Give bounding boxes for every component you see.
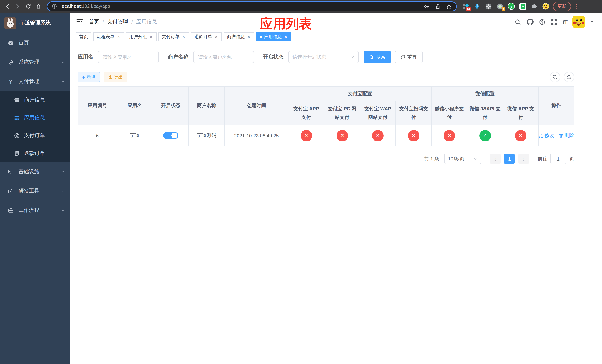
breadcrumb-separator: / bbox=[103, 19, 104, 25]
gear-icon bbox=[8, 59, 14, 65]
search-icon[interactable] bbox=[515, 19, 521, 25]
extension-emoji-icon[interactable] bbox=[542, 3, 549, 10]
page-annotation-title: 应用列表 bbox=[260, 15, 312, 32]
refresh-table-button[interactable] bbox=[564, 72, 574, 82]
close-icon[interactable]: × bbox=[116, 34, 121, 39]
sidebar-collapse-icon[interactable] bbox=[76, 19, 83, 25]
tab-home[interactable]: 首页 bbox=[76, 32, 91, 42]
next-page-button[interactable]: › bbox=[518, 154, 529, 164]
page-1-button[interactable]: 1 bbox=[504, 154, 515, 164]
sidebar-item-label: 工作流程 bbox=[19, 207, 39, 214]
prev-page-button[interactable]: ‹ bbox=[490, 154, 501, 164]
sidebar: 芋道管理系统 首页 系统管理 ¥ 支付管理 商户信息 bbox=[0, 13, 70, 364]
address-bar[interactable]: localhost:1024/pay/app bbox=[47, 1, 457, 11]
tab-user-group[interactable]: 用户分组× bbox=[126, 32, 157, 42]
search-button[interactable]: 搜索 bbox=[364, 51, 391, 63]
shop-icon bbox=[14, 97, 20, 103]
extension-kite-icon[interactable] bbox=[473, 3, 481, 10]
col-wx-lite: 微信小程序支付 bbox=[431, 101, 467, 125]
sidebar-item-payment[interactable]: ¥ 支付管理 bbox=[0, 72, 70, 91]
document-icon bbox=[14, 150, 20, 156]
password-key-icon[interactable] bbox=[424, 3, 430, 9]
merchant-name-input[interactable] bbox=[193, 51, 254, 63]
status-select[interactable]: 请选择开启状态 bbox=[288, 51, 359, 63]
delete-link[interactable]: 删除 bbox=[559, 132, 574, 139]
table-toolbar: + 新增 导出 bbox=[78, 72, 574, 82]
cell-merchant-name: 芋道源码 bbox=[189, 125, 225, 146]
browser-update-button[interactable]: 更新 bbox=[553, 2, 571, 11]
reset-button[interactable]: 重置 bbox=[395, 51, 423, 63]
github-icon[interactable] bbox=[527, 18, 534, 26]
browser-home-icon[interactable] bbox=[34, 2, 43, 11]
chevron-down-icon bbox=[350, 55, 355, 59]
extension-chat-icon[interactable] bbox=[519, 3, 527, 10]
extensions-puzzle-icon[interactable] bbox=[531, 3, 538, 10]
fullscreen-icon[interactable] bbox=[551, 19, 558, 25]
tab-label: 首页 bbox=[79, 34, 88, 40]
sidebar-item-pay-order[interactable]: 支付订单 bbox=[0, 127, 70, 144]
tab-process-form[interactable]: 流程表单× bbox=[93, 32, 124, 42]
group-wechat-config: 微信配置 bbox=[431, 86, 538, 101]
app-name-input[interactable] bbox=[98, 51, 159, 63]
status-cross-icon: × bbox=[515, 130, 527, 141]
close-icon[interactable]: × bbox=[284, 34, 288, 39]
logo-rabbit-image bbox=[4, 17, 16, 29]
extension-recorder-icon[interactable]: 1 bbox=[496, 3, 504, 10]
extension-grid-icon[interactable]: 10 bbox=[462, 3, 469, 10]
goto-page-input[interactable] bbox=[550, 154, 567, 164]
close-icon[interactable]: × bbox=[247, 34, 251, 39]
page-size-value: 10条/页 bbox=[448, 156, 464, 162]
site-info-icon[interactable] bbox=[52, 4, 57, 9]
share-icon[interactable] bbox=[435, 3, 441, 9]
breadcrumb-home[interactable]: 首页 bbox=[89, 19, 99, 25]
help-icon[interactable] bbox=[539, 19, 546, 25]
tab-merchant-info[interactable]: 商户信息× bbox=[224, 32, 254, 42]
sidebar-item-app-info[interactable]: 应用信息 bbox=[0, 109, 70, 127]
url-host: localhost bbox=[60, 4, 81, 9]
tab-app-info[interactable]: 应用信息× bbox=[256, 32, 291, 42]
close-icon[interactable]: × bbox=[149, 34, 153, 39]
page-size-select[interactable]: 10条/页 bbox=[444, 154, 481, 164]
caret-down-icon[interactable] bbox=[590, 20, 594, 24]
sidebar-item-system[interactable]: 系统管理 bbox=[0, 53, 70, 72]
breadcrumb-payment[interactable]: 支付管理 bbox=[107, 19, 128, 25]
browser-reload-icon[interactable] bbox=[24, 2, 32, 11]
sidebar-item-workflow[interactable]: 工作流程 bbox=[0, 201, 70, 220]
extension-clover-icon[interactable] bbox=[485, 3, 492, 10]
status-cross-icon: × bbox=[336, 130, 348, 141]
chevron-down-icon bbox=[61, 170, 65, 174]
close-icon[interactable]: × bbox=[214, 34, 218, 39]
chevron-down-icon bbox=[473, 157, 478, 161]
export-button-label: 导出 bbox=[114, 74, 123, 80]
sidebar-item-merchant-info[interactable]: 商户信息 bbox=[0, 91, 70, 109]
enabled-toggle[interactable] bbox=[163, 132, 178, 139]
tab-label: 商户信息 bbox=[227, 34, 245, 40]
close-icon[interactable]: × bbox=[182, 34, 186, 39]
toggle-search-button[interactable] bbox=[550, 72, 560, 82]
add-button[interactable]: + 新增 bbox=[78, 72, 100, 82]
total-count: 共 1 条 bbox=[424, 156, 439, 162]
bookmark-star-icon[interactable] bbox=[446, 3, 452, 9]
tab-label: 退款订单 bbox=[194, 34, 212, 40]
tab-label: 用户分组 bbox=[129, 34, 147, 40]
font-size-icon[interactable]: tT bbox=[563, 19, 567, 25]
monitor-icon bbox=[8, 169, 14, 175]
sidebar-item-home[interactable]: 首页 bbox=[0, 33, 70, 53]
edit-link[interactable]: 修改 bbox=[538, 132, 554, 139]
browser-back-icon[interactable] bbox=[3, 2, 12, 11]
chevron-up-icon bbox=[61, 79, 65, 84]
tab-pay-order[interactable]: 支付订单× bbox=[159, 32, 189, 42]
active-dot-icon bbox=[259, 36, 262, 38]
sidebar-item-refund-order[interactable]: 退款订单 bbox=[0, 144, 70, 162]
browser-menu-icon[interactable] bbox=[573, 3, 579, 9]
tab-refund-order[interactable]: 退款订单× bbox=[191, 32, 222, 42]
add-button-label: 新增 bbox=[86, 74, 95, 80]
sidebar-item-dev-tools[interactable]: 研发工具 bbox=[0, 182, 70, 201]
avatar[interactable] bbox=[572, 16, 585, 28]
browser-forward-icon[interactable] bbox=[13, 2, 22, 11]
sidebar-item-label: 应用信息 bbox=[24, 114, 45, 121]
tab-label: 应用信息 bbox=[264, 34, 282, 40]
export-button[interactable]: 导出 bbox=[104, 72, 127, 82]
sidebar-item-infrastructure[interactable]: 基础设施 bbox=[0, 162, 70, 182]
extension-y-icon[interactable]: y bbox=[508, 3, 515, 10]
